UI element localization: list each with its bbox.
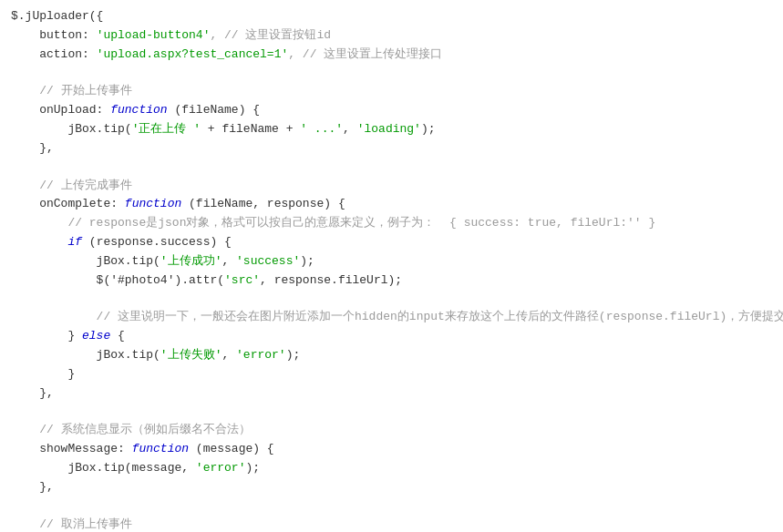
code-line: if (response.success) { — [0, 233, 783, 252]
code-line — [0, 403, 783, 421]
code-line: // 系统信息显示（例如后缀名不合法） — [0, 421, 783, 440]
code-line: }, — [0, 478, 783, 497]
code-line: action: 'upload.aspx?test_cancel=1', // … — [0, 46, 783, 65]
code-line — [0, 497, 783, 516]
code-line: // response是json对象，格式可以按自己的意愿来定义，例子为： { … — [0, 214, 783, 233]
code-line — [0, 159, 783, 177]
code-line: }, — [0, 384, 783, 404]
code-line: }, — [0, 139, 783, 159]
code-line: jBox.tip('正在上传 ' + fileName + ' ...', 'l… — [0, 120, 783, 139]
code-line: } else { — [0, 327, 783, 346]
code-line: showMessage: function (message) { — [0, 440, 783, 459]
code-line — [0, 290, 783, 308]
code-line: jBox.tip('上传失败', 'error'); — [0, 346, 783, 365]
code-line: jBox.tip('上传成功', 'success'); — [0, 252, 783, 271]
code-line: onComplete: function (fileName, response… — [0, 195, 783, 214]
code-line: } — [0, 365, 783, 384]
code-line: $('#photo4').attr('src', response.fileUr… — [0, 271, 783, 291]
code-line: // 开始上传事件 — [0, 82, 783, 101]
code-line: // 上传完成事件 — [0, 177, 783, 196]
code-line: onUpload: function (fileName) { — [0, 101, 783, 120]
code-line: // 这里说明一下，一般还会在图片附近添加一个hidden的input来存放这个… — [0, 308, 783, 327]
code-line — [0, 64, 783, 82]
code-line: // 取消上传事件 — [0, 516, 783, 532]
code-editor: $.jUploader({ button: 'upload-button4', … — [0, 0, 783, 532]
code-line: $.jUploader({ — [0, 7, 783, 26]
code-line: jBox.tip(message, 'error'); — [0, 459, 783, 478]
code-line: button: 'upload-button4', // 这里设置按钮id — [0, 26, 783, 46]
